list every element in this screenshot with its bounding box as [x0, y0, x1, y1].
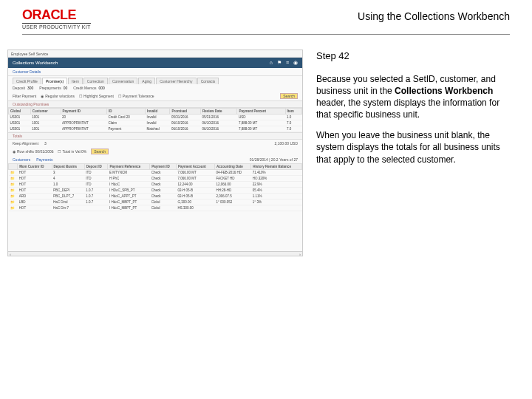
- filter-hb[interactable]: ☐ Highlight Segment: [79, 94, 114, 98]
- page-title: Using the Collections Workbench: [358, 7, 510, 22]
- credit-memos-value: 000: [98, 86, 104, 90]
- ss-nav-icons: ⌂ ⚑ ≡ ◉: [270, 60, 298, 66]
- flag-icon[interactable]: ⚑: [277, 60, 282, 66]
- menu-icon[interactable]: ≡: [286, 60, 289, 66]
- ss-topbar-text: Employee Self Service: [11, 52, 48, 56]
- ss-tabs: Credit Profile Promise(s) Item Correctio…: [8, 76, 302, 84]
- oracle-logo: ORACLE: [22, 7, 91, 23]
- instruction-p1: Because you selected a SetID, customer, …: [316, 73, 510, 121]
- deposit-label: Deposit: [13, 86, 25, 90]
- customers-link[interactable]: Customers: [13, 157, 30, 162]
- filter-label: Filter Payment: [13, 94, 36, 98]
- folder-icon[interactable]: 📁: [9, 205, 18, 211]
- table-row: 📁ARDPBC_DLPT_71.0.7I HdoC_APPT_PTCheck02…: [9, 194, 302, 200]
- tab-aging[interactable]: Aging: [138, 78, 155, 84]
- ss-customer-details: Customer Details: [8, 68, 302, 76]
- totals-row: Keep Alignment 3 2,100.00 USD: [8, 140, 302, 147]
- folder-icon[interactable]: 📁: [9, 188, 18, 194]
- wi-rh[interactable]: ◉ Row shifts 00/01/2006: [13, 149, 53, 154]
- wi-search-button[interactable]: Search: [91, 149, 109, 154]
- tab-correction[interactable]: Correction: [83, 78, 108, 84]
- customers-payments-row: Customers Payments 01/28/2014 | 20.2 Yea…: [8, 156, 302, 163]
- table-row: 📁HOT4ITDH PhCCheck7,066.00 MTFACKET HDHO…: [9, 176, 302, 182]
- promises-table: Global Customer Payment ID ID Invalid Pr…: [8, 108, 302, 132]
- grid-body: 📁HOT3ITDE MTYNCMCheck7,066.00 MT04-FEB-2…: [9, 170, 302, 211]
- tab-conversation[interactable]: Conversation: [109, 78, 137, 84]
- table-row: 📁HOTHaC Din-7I HdoC_MBPT_PTClobdHS.300.0…: [9, 205, 302, 211]
- promises-header-row: Global Customer Payment ID ID Invalid Pr…: [9, 109, 302, 115]
- table-row: 📁LBDHaC Dind1.0.7I HdoC_MBPT_PTClobdG,30…: [9, 200, 302, 205]
- tab-contacts[interactable]: Contacts: [197, 78, 219, 84]
- promises-body: US001100120Credit Card 20Invalid05/31/20…: [9, 115, 302, 132]
- instruction-p2: When you leave the business unit blank, …: [316, 129, 510, 166]
- ss-navbar: Collections Workbench ⌂ ⚑ ≡ ◉: [8, 58, 302, 68]
- filter-pt[interactable]: ☐ Payment Tolerance: [118, 94, 154, 98]
- date-range: 01/28/2014 | 20.2 Years of 27: [250, 157, 298, 162]
- bold-term: Collections Workbench: [395, 86, 493, 96]
- ss-scrollbar[interactable]: ‹ ›: [8, 251, 302, 256]
- totals-header: Totals: [8, 132, 302, 140]
- table-row: 📁HOT1.0ITDI HdoCCheck12,244.0012,066.002…: [9, 182, 302, 188]
- prepayments-label: Prepayments: [39, 86, 61, 90]
- filter-reg[interactable]: ◉ Regular w/actions: [41, 94, 75, 98]
- tab-item[interactable]: Item: [68, 78, 83, 84]
- payments-link[interactable]: Payments: [36, 157, 52, 162]
- step-label: Step 42: [316, 50, 510, 63]
- folder-icon[interactable]: 📁: [9, 182, 18, 188]
- grid-table: Mom Custmr ID Depost Busins Depost ID Pa…: [8, 163, 302, 211]
- scroll-left-icon[interactable]: ‹: [10, 252, 11, 256]
- ss-topbar: Employee Self Service: [8, 50, 302, 58]
- table-row: 📁HOTPBC_DEPI1.0.7I HDoC_SPB_PTCheck02-H …: [9, 188, 302, 194]
- scroll-right-icon[interactable]: ›: [299, 252, 301, 256]
- tab-promises[interactable]: Promise(s): [42, 78, 67, 84]
- grid-header-row: Mom Custmr ID Depost Busins Depost ID Pa…: [9, 164, 302, 170]
- logo-block: ORACLE USER PRODUCTIVITY KIT: [22, 7, 91, 30]
- folder-icon[interactable]: 📁: [9, 170, 18, 176]
- search-button[interactable]: Search: [280, 93, 298, 99]
- ss-summary-row: Deposit 300 Prepayments 00 Credit Memos …: [8, 84, 302, 92]
- folder-icon[interactable]: 📁: [9, 176, 18, 182]
- prepayments-value: 00: [64, 86, 68, 90]
- table-row: US0011001APPROPRINTMTClaimInvalid06/10/2…: [9, 120, 302, 126]
- customer-details-link[interactable]: Customer Details: [13, 69, 41, 74]
- work-items-row: ◉ Row shifts 00/01/2006 ☐ Total in Val:0…: [8, 147, 302, 156]
- folder-icon[interactable]: 📁: [9, 200, 18, 205]
- home-icon[interactable]: ⌂: [270, 60, 273, 66]
- instructions-panel: Step 42 Because you selected a SetID, cu…: [316, 50, 510, 256]
- deposit-value: 300: [27, 86, 33, 90]
- ss-navbar-title: Collections Workbench: [13, 61, 58, 65]
- upk-label: USER PRODUCTIVITY KIT: [22, 23, 91, 30]
- alert-icon[interactable]: ◉: [293, 60, 298, 66]
- tab-credit-profile[interactable]: Credit Profile: [13, 78, 41, 84]
- table-row: US001100120Credit Card 20Invalid05/31/20…: [9, 115, 302, 120]
- doc-header: ORACLE USER PRODUCTIVITY KIT Using the C…: [0, 0, 532, 34]
- ss-filter-row: Filter Payment ◉ Regular w/actions ☐ Hig…: [8, 92, 302, 100]
- credit-memos-label: Credit Memos: [73, 86, 96, 90]
- folder-icon[interactable]: 📁: [9, 194, 18, 200]
- table-row: 📁HOT3ITDE MTYNCMCheck7,066.00 MT04-FEB-2…: [9, 170, 302, 176]
- app-screenshot: Employee Self Service Collections Workbe…: [7, 50, 303, 256]
- table-row: US0011001APPROPRINTMTPaymentMatched06/10…: [9, 126, 302, 132]
- wi-tot[interactable]: ☐ Total in Val:0%: [58, 149, 86, 154]
- tab-hierarchy[interactable]: Customer Hierarchy: [156, 78, 196, 84]
- content-area: Employee Self Service Collections Workbe…: [0, 35, 532, 256]
- outstanding-promises-header: Outstanding Promises: [8, 100, 302, 108]
